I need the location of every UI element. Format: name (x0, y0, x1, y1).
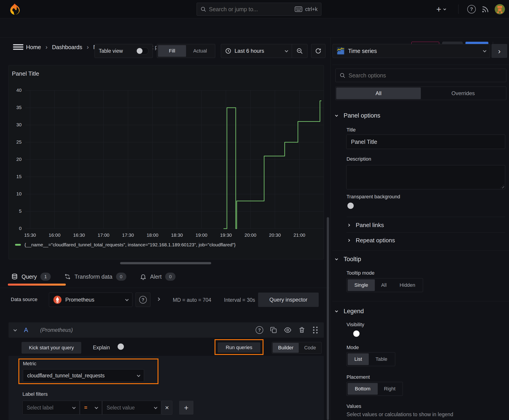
filter-operator-select[interactable]: = (80, 401, 102, 415)
collapse-query-chevron[interactable] (14, 328, 17, 331)
user-avatar[interactable] (495, 4, 505, 14)
editor-tabs: Query 1 Transform data 0 Alert 0 (11, 270, 175, 283)
chevron-down-icon (443, 8, 446, 10)
tooltip-header[interactable]: Tooltip (335, 256, 361, 263)
news-button[interactable] (481, 5, 489, 14)
x-axis-tick: 18:30 (167, 232, 187, 238)
tab-alert[interactable]: Alert 0 (140, 273, 175, 281)
legend-placement-bottom[interactable]: Bottom (348, 383, 378, 395)
options-tab-overrides[interactable]: Overrides (421, 88, 505, 99)
duplicate-query-button[interactable] (270, 326, 277, 334)
legend-series-name[interactable]: {__name__="cloudflared_tunnel_total_requ… (24, 242, 236, 248)
prometheus-icon (53, 295, 62, 304)
zoom-out-icon (296, 48, 303, 54)
tab-query[interactable]: Query 1 (11, 273, 51, 281)
tooltip-mode-hidden[interactable]: Hidden (393, 279, 422, 291)
remove-filter-button[interactable]: × (162, 401, 172, 415)
query-help-button[interactable]: ? (256, 326, 263, 334)
metric-value: cloudflared_tunnel_total_requests (27, 373, 105, 379)
drag-handle-icon[interactable] (312, 326, 319, 334)
datasource-help-button[interactable]: ? (136, 292, 150, 307)
description-field-label: Description (347, 156, 371, 162)
breadcrumb-separator: › (87, 44, 89, 51)
description-textarea[interactable] (346, 165, 505, 189)
panel-resize-handle[interactable] (120, 262, 211, 264)
hamburger-icon (13, 44, 23, 45)
time-range-button[interactable]: Last 6 hours (221, 44, 292, 58)
divider (347, 217, 505, 217)
filter-label-select[interactable]: Select label (23, 401, 79, 415)
table-view-toggle[interactable] (136, 47, 149, 54)
chevron-right-icon (347, 224, 350, 226)
help-button[interactable]: ? (467, 5, 476, 14)
options-tab-all[interactable]: All (336, 88, 421, 99)
breadcrumb-bar: Home › Dashboards › New dashboard › Edit… (0, 18, 509, 38)
divider (347, 232, 505, 233)
toggle-viz-pane-button[interactable]: › (492, 44, 507, 58)
kick-start-button[interactable]: Kick start your query (22, 342, 81, 354)
expand-options-chevron[interactable] (157, 298, 160, 301)
datasource-name: Prometheus (65, 297, 94, 303)
menu-toggle[interactable] (13, 44, 23, 50)
repeat-options-row[interactable]: Repeat options (347, 237, 395, 244)
chevron-down-icon (72, 405, 76, 409)
query-mode-builder[interactable]: Builder (273, 343, 299, 353)
grafana-logo[interactable] (8, 3, 21, 16)
metric-select[interactable]: cloudflared_tunnel_total_requests (23, 369, 144, 382)
datasource-picker[interactable]: Prometheus (49, 292, 132, 307)
options-search-input[interactable] (349, 72, 502, 79)
x-axis-tick: 17:30 (118, 232, 138, 238)
filter-value-select[interactable]: Select value (102, 401, 161, 415)
legend-header[interactable]: Legend (335, 308, 364, 315)
refresh-button[interactable] (311, 44, 326, 58)
top-nav: ctrl+k + ? (0, 0, 509, 18)
query-inspector-button[interactable]: Query inspector (258, 292, 319, 307)
panel-options-header[interactable]: Panel options (335, 112, 380, 119)
panel-title-input[interactable] (346, 135, 505, 149)
query-mode-segmented: Builder Code (272, 342, 322, 354)
legend-mode-list[interactable]: List (348, 353, 369, 365)
tooltip-mode-all[interactable]: All (375, 279, 393, 291)
chevron-right-icon: › (498, 47, 501, 55)
query-row-header[interactable]: A (Prometheus) ? (8, 322, 324, 338)
tab-transform-count: 0 (116, 273, 126, 281)
stats-max-datapoints: MD = auto = 704 (173, 297, 211, 303)
legend-placement-right[interactable]: Right (378, 383, 402, 395)
zoom-out-time-button[interactable] (292, 44, 307, 58)
visualization-name: Time series (348, 48, 377, 54)
filter-operator-value: = (84, 405, 87, 411)
chevron-down-icon (137, 373, 140, 377)
y-axis-tick: 30 (9, 122, 22, 128)
global-search-box[interactable]: ctrl+k (197, 3, 321, 16)
time-picker: Last 6 hours (221, 44, 307, 58)
topnav-divider (458, 5, 458, 14)
options-search-box[interactable] (335, 69, 506, 82)
x-axis-tick: 19:30 (216, 232, 236, 238)
legend-series-color[interactable] (15, 244, 21, 246)
display-mode-fill[interactable]: Fill (158, 45, 186, 57)
legend-mode-table[interactable]: Table (369, 353, 394, 365)
run-queries-button[interactable]: Run queries (218, 342, 260, 353)
query-datasource-hint: (Prometheus) (40, 327, 73, 333)
tab-transform[interactable]: Transform data 0 (64, 273, 126, 281)
panel-links-row[interactable]: Panel links (347, 222, 384, 229)
search-icon (340, 73, 345, 78)
delete-query-button[interactable] (298, 326, 305, 334)
breadcrumb-home[interactable]: Home (26, 44, 41, 51)
breadcrumb-dashboards[interactable]: Dashboards (52, 44, 82, 51)
y-axis-tick: 20 (9, 157, 22, 162)
eye-icon (284, 326, 291, 334)
add-filter-button[interactable]: + (179, 401, 193, 415)
query-refid: A (24, 327, 28, 334)
x-axis-tick: 21:00 (289, 232, 310, 238)
query-mode-code[interactable]: Code (299, 343, 321, 353)
display-mode-actual[interactable]: Actual (186, 45, 214, 57)
toggle-query-visibility-button[interactable] (284, 326, 291, 334)
scrollbar-thumb[interactable] (327, 217, 329, 420)
search-input[interactable] (209, 6, 292, 13)
add-new-button[interactable]: + (436, 5, 446, 14)
time-series-chart[interactable] (9, 65, 324, 260)
legend-heading: Legend (344, 308, 364, 315)
visualization-picker[interactable]: Time series (333, 44, 490, 58)
tooltip-mode-single[interactable]: Single (348, 279, 375, 291)
